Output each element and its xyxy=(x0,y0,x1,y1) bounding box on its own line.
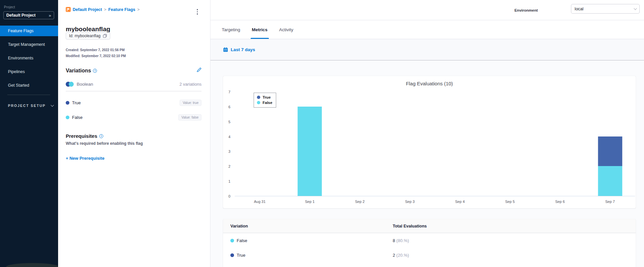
true-variation-dot xyxy=(66,101,69,105)
chart-column-7 xyxy=(585,92,635,196)
variation-count: 2 variations xyxy=(180,82,201,87)
project-setup-toggle[interactable]: PROJECT SETUP xyxy=(8,104,58,108)
breadcrumb-project-link[interactable]: Default Project xyxy=(73,7,102,12)
project-setup-label: PROJECT SETUP xyxy=(8,104,46,108)
false-variation-name: False xyxy=(72,115,83,120)
boolean-type-icon xyxy=(66,82,74,87)
breadcrumb-separator: > xyxy=(104,7,106,12)
chart-column-6 xyxy=(535,92,585,196)
sidebar-divider xyxy=(7,95,50,95)
table-row-false: False 8 (80.%) xyxy=(223,233,636,248)
app-window: Project Default Project » Feature Flags … xyxy=(0,0,644,267)
sidebar-item-target-management[interactable]: Target Management xyxy=(0,39,58,50)
chart-column-4 xyxy=(435,92,485,196)
y-tick-5: 5 xyxy=(228,120,230,124)
x-tick-7: Sep 7 xyxy=(585,200,635,204)
flag-evaluations-chart-card: Flag Evaluations (10) 01234567 True Fals… xyxy=(223,76,636,208)
true-row-name: True xyxy=(237,253,245,258)
variation-type-label: Boolean xyxy=(77,82,93,87)
bar-false-sep-7 xyxy=(598,166,622,196)
true-row-total: 2 xyxy=(393,253,395,258)
false-row-name: False xyxy=(237,238,247,243)
chart-column-1 xyxy=(285,92,335,196)
false-row-total: 8 xyxy=(393,238,395,243)
true-value-chip: Value: true xyxy=(180,100,201,106)
edit-variations-icon[interactable] xyxy=(197,67,201,74)
flag-modified: Modified: September 7, 2022 02:10 PM xyxy=(66,53,126,59)
true-variation-name: True xyxy=(72,100,81,105)
project-selector[interactable]: Default Project » xyxy=(3,11,54,19)
date-range-label: Last 7 days xyxy=(231,47,255,52)
x-tick-0: Aug 31 xyxy=(235,200,285,204)
breadcrumb-feature-flags-link[interactable]: Feature Flags xyxy=(108,7,135,12)
sidebar-item-get-started[interactable]: Get Started xyxy=(0,80,58,91)
sidebar: Project Default Project » Feature Flags … xyxy=(0,0,58,267)
y-tick-3: 3 xyxy=(228,149,230,153)
chart-y-axis: 01234567 xyxy=(223,92,232,196)
true-row-dot xyxy=(230,253,234,257)
variation-type-row: Boolean 2 variations xyxy=(66,82,201,91)
flag-id-chip: Id: mybooleanflag xyxy=(66,32,110,40)
metrics-body: Flag Evaluations (10) 01234567 True Fals… xyxy=(210,61,644,267)
prerequisites-heading: Prerequisites xyxy=(66,133,97,139)
tab-metrics[interactable]: Metrics xyxy=(252,20,268,39)
project-label: Project xyxy=(4,5,58,9)
table-header-variation: Variation xyxy=(230,224,393,228)
variation-row-true: True Value: true xyxy=(66,100,201,106)
environment-select[interactable]: local xyxy=(571,4,640,14)
new-prerequisite-button[interactable]: + New Prerequisite xyxy=(66,156,105,161)
flag-options-menu-icon[interactable] xyxy=(196,8,199,16)
tab-bar: Targeting Metrics Activity xyxy=(210,20,644,39)
y-tick-7: 7 xyxy=(228,90,230,94)
false-value-chip: Value: false xyxy=(178,114,201,121)
chart-column-3 xyxy=(385,92,435,196)
table-header-row: Variation Total Evaluations xyxy=(223,219,636,233)
chart-title: Flag Evaluations (10) xyxy=(223,81,636,86)
y-tick-2: 2 xyxy=(228,164,230,168)
project-expand-icon[interactable]: » xyxy=(49,13,51,18)
false-row-dot xyxy=(230,239,234,242)
help-widget-blob xyxy=(6,263,59,267)
breadcrumb: Default Project > Feature Flags > xyxy=(66,7,140,12)
y-tick-4: 4 xyxy=(228,135,230,139)
x-tick-6: Sep 6 xyxy=(535,200,585,204)
prerequisites-subtitle: What's required before enabling this fla… xyxy=(66,141,201,146)
prerequisites-info-icon[interactable]: i xyxy=(99,134,103,138)
chart-column-2 xyxy=(335,92,385,196)
false-variation-dot xyxy=(66,116,69,119)
table-row-true: True 2 (20.%) xyxy=(223,248,636,262)
variation-row-false: False Value: false xyxy=(66,114,201,121)
flag-id-text: Id: mybooleanflag xyxy=(69,34,101,38)
tab-targeting[interactable]: Targeting xyxy=(222,20,240,39)
false-row-percent: (80.%) xyxy=(396,238,409,243)
flag-sections: Variations i Boolean 2 variations xyxy=(66,67,201,161)
sidebar-item-pipelines[interactable]: Pipelines xyxy=(0,66,58,77)
chevron-down-icon xyxy=(634,7,637,10)
y-tick-0: 0 xyxy=(228,194,230,198)
sidebar-item-feature-flags[interactable]: Feature Flags xyxy=(0,26,58,36)
date-range-filter[interactable]: Last 7 days xyxy=(223,47,255,52)
environment-bar: Environment local xyxy=(210,0,644,20)
x-tick-4: Sep 4 xyxy=(435,200,485,204)
x-tick-5: Sep 5 xyxy=(485,200,535,204)
evaluations-table-card: Variation Total Evaluations False 8 (80.… xyxy=(223,219,636,267)
flag-title: mybooleanflag xyxy=(66,26,110,33)
x-tick-1: Sep 1 xyxy=(285,200,335,204)
chart-column-5 xyxy=(485,92,535,196)
flag-created: Created: September 7, 2022 01:56 PM xyxy=(66,47,126,53)
filter-strip: Last 7 days xyxy=(210,39,644,60)
copy-icon[interactable] xyxy=(103,34,107,38)
chevron-down-icon xyxy=(50,104,54,107)
sidebar-item-environments[interactable]: Environments xyxy=(0,53,58,63)
variations-info-icon[interactable]: i xyxy=(93,69,97,73)
sidebar-nav: Feature Flags Target Management Environm… xyxy=(0,26,58,91)
feature-flags-module-icon xyxy=(66,7,71,12)
true-row-percent: (20.%) xyxy=(396,253,409,258)
x-tick-3: Sep 3 xyxy=(385,200,435,204)
breadcrumb-separator-2: > xyxy=(137,7,140,12)
calendar-icon xyxy=(223,47,228,52)
y-tick-1: 1 xyxy=(228,179,230,183)
tab-activity[interactable]: Activity xyxy=(279,20,293,39)
chart-plot: True False xyxy=(235,92,635,196)
y-tick-6: 6 xyxy=(228,105,230,109)
